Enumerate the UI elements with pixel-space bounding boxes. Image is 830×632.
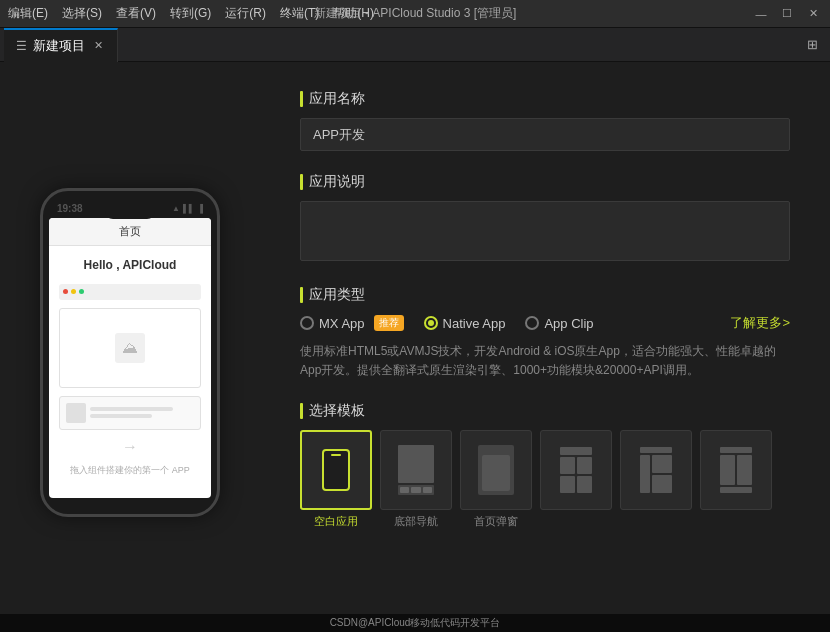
tab-new-project[interactable]: ☰ 新建项目 ✕ — [4, 28, 118, 62]
radio-circle-clip — [525, 316, 539, 330]
radio-label-mx: MX App — [319, 316, 365, 331]
phone-mockup: 19:38 ▲ ▌▌ ▐ 首页 Hello , APICloud — [40, 188, 220, 517]
menu-edit[interactable]: 编辑(E) — [8, 5, 48, 22]
app-name-section: 应用名称 — [300, 90, 790, 151]
app-desc-label: 应用说明 — [300, 173, 790, 191]
template-thumb-bottom-nav — [380, 430, 452, 510]
screen-bottom-text: 拖入组件搭建你的第一个 APP — [59, 464, 201, 477]
battery-icon: ▐ — [197, 204, 203, 213]
app-type-section: 应用类型 MX App 推荐 Native App — [300, 286, 790, 380]
minimize-button[interactable]: — — [752, 5, 770, 23]
phone-notch — [105, 207, 155, 219]
screen-page-title: 首页 — [49, 218, 211, 246]
phone-time: 19:38 — [57, 203, 83, 214]
card-line-1 — [90, 407, 173, 411]
radio-circle-mx — [300, 316, 314, 330]
section-bar-3 — [300, 287, 303, 303]
toolbar-right: ⊞ — [807, 37, 826, 52]
card-lines — [90, 407, 194, 418]
radio-label-native: Native App — [443, 316, 506, 331]
template-label: 选择模板 — [300, 402, 790, 420]
dot-yellow — [71, 289, 76, 294]
section-bar-4 — [300, 403, 303, 419]
app-name-label-text: 应用名称 — [309, 90, 365, 108]
app-name-label: 应用名称 — [300, 90, 790, 108]
template-thumb-4 — [540, 430, 612, 510]
window-controls[interactable]: — ☐ ✕ — [752, 5, 822, 23]
app-type-label: 应用类型 — [300, 286, 790, 304]
dot-red — [63, 289, 68, 294]
template-label-blank: 空白应用 — [314, 514, 358, 529]
template-grid: 空白应用 底部导航 — [300, 430, 790, 533]
arrow-indicator: → — [59, 438, 201, 456]
menu-goto[interactable]: 转到(G) — [170, 5, 211, 22]
title-bar: 编辑(E) 选择(S) 查看(V) 转到(G) 运行(R) 终端(T) 帮助(H… — [0, 0, 830, 28]
watermark: CSDN@APICloud移动低代码开发平台 — [0, 614, 830, 632]
app-name-input[interactable] — [300, 118, 790, 151]
toolbar-layout-button[interactable]: ⊞ — [807, 37, 818, 52]
app-desc-section: 应用说明 — [300, 173, 790, 264]
template-thumb-popup — [460, 430, 532, 510]
tpl-phone-icon — [322, 449, 350, 491]
template-5[interactable] — [620, 430, 692, 529]
template-5-icon — [638, 445, 674, 495]
menu-select[interactable]: 选择(S) — [62, 5, 102, 22]
phone-screen: 首页 Hello , APICloud ⛰ — [49, 218, 211, 498]
section-bar-2 — [300, 174, 303, 190]
phone-status-icons: ▲ ▌▌ ▐ — [172, 204, 203, 213]
tab-icon: ☰ — [16, 39, 27, 53]
screen-browser-bar — [59, 284, 201, 300]
main-content: 19:38 ▲ ▌▌ ▐ 首页 Hello , APICloud — [0, 62, 830, 632]
radio-mx-app[interactable]: MX App 推荐 — [300, 315, 404, 331]
tab-close-button[interactable]: ✕ — [91, 39, 105, 53]
template-label-bottom-nav: 底部导航 — [394, 514, 438, 529]
template-thumb-5 — [620, 430, 692, 510]
menu-view[interactable]: 查看(V) — [116, 5, 156, 22]
template-4-icon — [558, 445, 594, 495]
section-bar — [300, 91, 303, 107]
template-blank[interactable]: 空白应用 — [300, 430, 372, 529]
radio-circle-native — [424, 316, 438, 330]
bottom-nav-icon — [398, 445, 434, 495]
radio-label-clip: App Clip — [544, 316, 593, 331]
template-label-popup: 首页弹窗 — [474, 514, 518, 529]
template-section: 选择模板 空白应用 — [300, 402, 790, 533]
screen-hello-text: Hello , APICloud — [59, 258, 201, 272]
dot-green — [79, 289, 84, 294]
radio-app-clip[interactable]: App Clip — [525, 316, 593, 331]
screen-content: Hello , APICloud ⛰ — [49, 246, 211, 489]
template-label-text: 选择模板 — [309, 402, 365, 420]
menu-run[interactable]: 运行(R) — [225, 5, 266, 22]
screen-card-1 — [59, 396, 201, 430]
template-6[interactable] — [700, 430, 772, 529]
template-bottom-nav[interactable]: 底部导航 — [380, 430, 452, 529]
close-button[interactable]: ✕ — [804, 5, 822, 23]
signal-icon: ▌▌ — [183, 204, 194, 213]
app-desc-textarea[interactable] — [300, 201, 790, 261]
tab-label: 新建项目 — [33, 37, 85, 55]
card-icon — [66, 403, 86, 423]
popup-icon — [478, 445, 514, 495]
left-panel: 19:38 ▲ ▌▌ ▐ 首页 Hello , APICloud — [0, 62, 260, 632]
template-thumb-6 — [700, 430, 772, 510]
app-desc-label-text: 应用说明 — [309, 173, 365, 191]
app-type-description: 使用标准HTML5或AVMJS技术，开发Android & iOS原生App，适… — [300, 342, 790, 380]
app-type-label-text: 应用类型 — [309, 286, 365, 304]
placeholder-image-icon: ⛰ — [115, 333, 145, 363]
wifi-icon: ▲ — [172, 204, 180, 213]
app-type-row: MX App 推荐 Native App App Clip 了解更多> — [300, 314, 790, 332]
template-6-icon — [718, 445, 754, 495]
template-popup[interactable]: 首页弹窗 — [460, 430, 532, 529]
radio-native-app[interactable]: Native App — [424, 316, 506, 331]
maximize-button[interactable]: ☐ — [778, 5, 796, 23]
card-line-2 — [90, 414, 152, 418]
screen-placeholder: ⛰ — [59, 308, 201, 388]
mx-app-badge: 推荐 — [374, 315, 404, 331]
radio-dot-native — [428, 320, 434, 326]
window-title: 新建项目 - APICloud Studio 3 [管理员] — [314, 5, 517, 22]
template-thumb-blank — [300, 430, 372, 510]
learn-more-link[interactable]: 了解更多> — [730, 314, 790, 332]
right-panel: 应用名称 应用说明 应用类型 MX App — [260, 62, 830, 632]
tab-bar: ☰ 新建项目 ✕ ⊞ — [0, 28, 830, 62]
template-4[interactable] — [540, 430, 612, 529]
